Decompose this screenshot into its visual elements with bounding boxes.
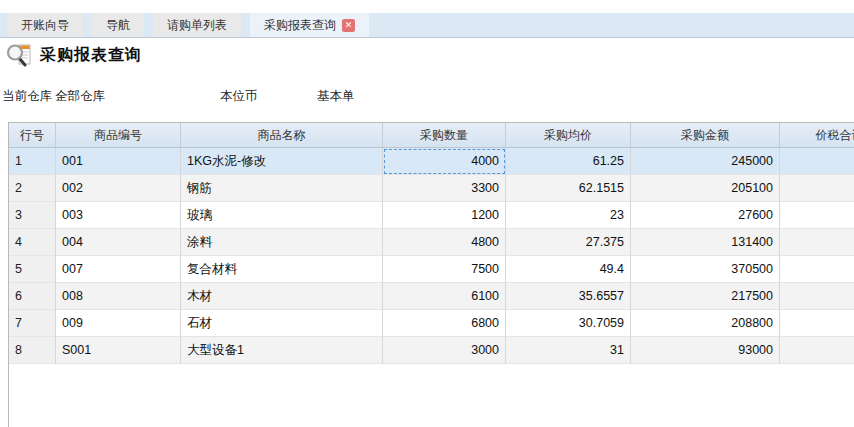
- tab-close-icon[interactable]: ✕: [342, 19, 355, 32]
- cell-amount[interactable]: 217500: [631, 283, 780, 310]
- cell-avg_price[interactable]: 27.375: [506, 229, 631, 256]
- cell-code[interactable]: 004: [56, 229, 181, 256]
- currency-filter-value[interactable]: 本位币: [220, 88, 258, 105]
- grid-header-row: 行号商品编号商品名称采购数量采购均价采购金额价税合计: [9, 123, 854, 148]
- cell-avg_price[interactable]: 62.1515: [506, 175, 631, 202]
- cell-avg_price[interactable]: 35.6557: [506, 283, 631, 310]
- cell-avg_price[interactable]: 31: [506, 337, 631, 364]
- cell-tax_total[interactable]: [780, 283, 854, 310]
- cell-amount[interactable]: 27600: [631, 202, 780, 229]
- cell-row_no[interactable]: 8: [9, 337, 56, 364]
- table-row[interactable]: 2002钢筋330062.1515205100: [9, 175, 854, 202]
- tab-2[interactable]: 导航: [92, 13, 144, 37]
- cell-row_no[interactable]: 2: [9, 175, 56, 202]
- page-title-row: 采购报表查询: [6, 43, 142, 67]
- cell-row_no[interactable]: 3: [9, 202, 56, 229]
- cell-qty[interactable]: 3000: [383, 337, 506, 364]
- cell-tax_total[interactable]: [780, 337, 854, 364]
- cell-avg_price[interactable]: 61.25: [506, 148, 631, 175]
- warehouse-filter-value[interactable]: 全部仓库: [55, 88, 105, 105]
- column-header-4[interactable]: 采购均价: [506, 123, 631, 147]
- cell-name[interactable]: 玻璃: [181, 202, 383, 229]
- cell-name[interactable]: 1KG水泥-修改: [181, 148, 383, 175]
- cell-qty[interactable]: 1200: [383, 202, 506, 229]
- cell-code[interactable]: S001: [56, 337, 181, 364]
- table-row[interactable]: 3003玻璃12002327600: [9, 202, 854, 229]
- cell-qty[interactable]: 4800: [383, 229, 506, 256]
- cell-code[interactable]: 008: [56, 283, 181, 310]
- cell-amount[interactable]: 208800: [631, 310, 780, 337]
- cell-tax_total[interactable]: [780, 310, 854, 337]
- table-row[interactable]: 5007复合材料750049.4370500: [9, 256, 854, 283]
- cell-code[interactable]: 002: [56, 175, 181, 202]
- cell-code[interactable]: 009: [56, 310, 181, 337]
- cell-name[interactable]: 木材: [181, 283, 383, 310]
- cell-code[interactable]: 007: [56, 256, 181, 283]
- cell-row_no[interactable]: 7: [9, 310, 56, 337]
- cell-amount[interactable]: 93000: [631, 337, 780, 364]
- cell-code[interactable]: 003: [56, 202, 181, 229]
- cell-tax_total[interactable]: [780, 229, 854, 256]
- tab-label: 采购报表查询: [264, 17, 336, 34]
- cell-name[interactable]: 涂料: [181, 229, 383, 256]
- table-row[interactable]: 4004涂料480027.375131400: [9, 229, 854, 256]
- cell-name[interactable]: 复合材料: [181, 256, 383, 283]
- cell-tax_total[interactable]: [780, 202, 854, 229]
- column-header-2[interactable]: 商品名称: [181, 123, 383, 147]
- cell-row_no[interactable]: 1: [9, 148, 56, 175]
- tab-bar: 开账向导导航请购单列表采购报表查询✕: [0, 13, 854, 38]
- cell-amount[interactable]: 131400: [631, 229, 780, 256]
- cell-amount[interactable]: 205100: [631, 175, 780, 202]
- table-row[interactable]: 6008木材610035.6557217500: [9, 283, 854, 310]
- cell-name[interactable]: 石材: [181, 310, 383, 337]
- cell-qty[interactable]: 4000: [383, 148, 506, 175]
- cell-row_no[interactable]: 4: [9, 229, 56, 256]
- cell-code[interactable]: 001: [56, 148, 181, 175]
- cell-row_no[interactable]: 5: [9, 256, 56, 283]
- column-header-3[interactable]: 采购数量: [383, 123, 506, 147]
- cell-qty[interactable]: 6100: [383, 283, 506, 310]
- cell-name[interactable]: 钢筋: [181, 175, 383, 202]
- cell-avg_price[interactable]: 23: [506, 202, 631, 229]
- cell-amount[interactable]: 245000: [631, 148, 780, 175]
- tab-1[interactable]: 开账向导: [7, 13, 83, 37]
- table-row[interactable]: 10011KG水泥-修改400061.25245000: [9, 148, 854, 175]
- report-grid: 行号商品编号商品名称采购数量采购均价采购金额价税合计 10011KG水泥-修改4…: [8, 122, 854, 427]
- tab-label: 导航: [106, 17, 130, 34]
- cell-qty[interactable]: 3300: [383, 175, 506, 202]
- column-header-0[interactable]: 行号: [9, 123, 56, 147]
- cell-avg_price[interactable]: 49.4: [506, 256, 631, 283]
- cell-tax_total[interactable]: [780, 256, 854, 283]
- cell-amount[interactable]: 370500: [631, 256, 780, 283]
- table-row[interactable]: 8S001大型设备130003193000: [9, 337, 854, 364]
- filter-bar: 当前仓库： 全部仓库 本位币 基本单: [0, 88, 854, 106]
- unit-filter-value[interactable]: 基本单: [317, 88, 355, 105]
- cell-tax_total[interactable]: [780, 175, 854, 202]
- table-row[interactable]: 7009石材680030.7059208800: [9, 310, 854, 337]
- cell-qty[interactable]: 6800: [383, 310, 506, 337]
- page-title: 采购报表查询: [40, 45, 142, 66]
- cell-avg_price[interactable]: 30.7059: [506, 310, 631, 337]
- tab-label: 请购单列表: [167, 17, 227, 34]
- tab-3[interactable]: 请购单列表: [153, 13, 241, 37]
- tab-label: 开账向导: [21, 17, 69, 34]
- app-window: 开账向导导航请购单列表采购报表查询✕ 采购报表查询 当前仓库： 全部仓库 本位币…: [0, 0, 854, 427]
- cell-tax_total[interactable]: [780, 148, 854, 175]
- search-report-icon: [6, 43, 32, 67]
- cell-qty[interactable]: 7500: [383, 256, 506, 283]
- cell-row_no[interactable]: 6: [9, 283, 56, 310]
- column-header-5[interactable]: 采购金额: [631, 123, 780, 147]
- cell-name[interactable]: 大型设备1: [181, 337, 383, 364]
- tab-4[interactable]: 采购报表查询✕: [250, 13, 369, 37]
- column-header-6[interactable]: 价税合计: [780, 123, 854, 147]
- column-header-1[interactable]: 商品编号: [56, 123, 181, 147]
